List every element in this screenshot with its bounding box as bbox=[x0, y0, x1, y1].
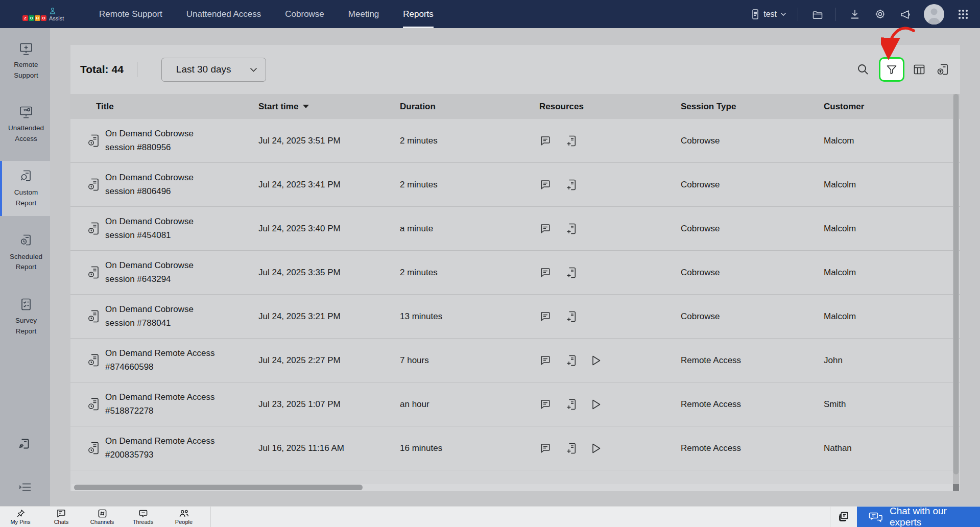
chat-transcript-icon[interactable] bbox=[539, 179, 552, 191]
nav-item-cobrowse[interactable]: Cobrowse bbox=[285, 0, 324, 28]
table-row[interactable]: On Demand Remote Access #518872278 Jul 2… bbox=[70, 382, 960, 426]
settings-gear-icon[interactable] bbox=[874, 8, 886, 20]
play-recording-icon[interactable] bbox=[590, 354, 602, 367]
table-row[interactable]: On Demand Cobrowse session #454081 Jul 2… bbox=[70, 207, 960, 251]
app-grid-icon[interactable] bbox=[958, 9, 969, 20]
mobile-device-icon bbox=[751, 9, 760, 20]
session-duration: 16 minutes bbox=[400, 443, 539, 453]
user-avatar[interactable] bbox=[924, 4, 944, 25]
chat-transcript-icon[interactable] bbox=[539, 267, 552, 279]
chat-transcript-icon[interactable] bbox=[539, 442, 552, 454]
session-title-line1: On Demand Cobrowse bbox=[105, 171, 248, 184]
manage-columns-icon[interactable] bbox=[913, 63, 926, 76]
sidebar-item-scheduled-report[interactable]: ScheduledReport bbox=[0, 225, 50, 280]
thread-bubble-icon bbox=[138, 509, 148, 518]
table-row[interactable]: On Demand Remote Access bbox=[70, 470, 960, 484]
sidebar-item-remote-support[interactable]: RemoteSupport bbox=[0, 34, 50, 88]
chat-transcript-icon[interactable] bbox=[539, 310, 552, 323]
play-recording-icon[interactable] bbox=[590, 398, 602, 411]
bottombar-right: Chat with our experts bbox=[824, 507, 980, 527]
nav-item-unattended-access[interactable]: Unattended Access bbox=[186, 0, 261, 28]
zoho-assist-logo[interactable]: Z O H O Assist bbox=[0, 0, 77, 28]
session-title-line2: #200835793 bbox=[105, 448, 248, 462]
bottombar-item-people[interactable]: People bbox=[163, 509, 204, 525]
nav-item-meeting[interactable]: Meeting bbox=[348, 0, 379, 28]
horizontal-scrollbar[interactable] bbox=[71, 484, 959, 491]
horizontal-scrollbar-thumb[interactable] bbox=[74, 485, 363, 490]
table-row[interactable]: On Demand Cobrowse session #880956 Jul 2… bbox=[70, 119, 960, 163]
date-range-dropdown[interactable]: Last 30 days bbox=[161, 58, 266, 82]
session-notes-add-icon[interactable] bbox=[565, 178, 577, 191]
table-row[interactable]: On Demand Remote Access #200835793 Jul 1… bbox=[70, 426, 960, 470]
bottombar-item-chats[interactable]: Chats bbox=[41, 509, 82, 525]
session-report-icon bbox=[85, 397, 105, 411]
session-title-line2: session #788041 bbox=[105, 317, 248, 330]
column-header-session-type[interactable]: Session Type bbox=[681, 102, 824, 112]
session-report-icon bbox=[85, 309, 105, 323]
folder-icon[interactable] bbox=[811, 9, 824, 20]
sidebar-item-custom-report[interactable]: CustomReport bbox=[0, 161, 50, 216]
stacked-chats-icon[interactable] bbox=[830, 511, 857, 523]
session-notes-add-icon[interactable] bbox=[565, 266, 577, 279]
session-customer: Malcolm bbox=[824, 224, 960, 234]
search-icon[interactable] bbox=[856, 63, 870, 76]
table-row[interactable]: On Demand Remote Access #874660598 Jul 2… bbox=[70, 339, 960, 382]
device-selector[interactable]: test bbox=[751, 9, 786, 20]
vertical-scrollbar-thumb[interactable] bbox=[953, 94, 959, 474]
bottombar-item-threads[interactable]: Threads bbox=[123, 509, 163, 525]
bottombar-item-my-pins[interactable]: My Pins bbox=[0, 509, 41, 525]
column-header-title[interactable]: Title bbox=[85, 102, 258, 112]
session-report-icon bbox=[85, 178, 105, 191]
session-title-line1: On Demand Remote Access bbox=[105, 435, 248, 448]
session-title-line2: session #880956 bbox=[105, 141, 248, 154]
session-notes-add-icon[interactable] bbox=[565, 442, 577, 455]
column-header-customer[interactable]: Customer bbox=[824, 102, 960, 112]
bottombar-label: Chats bbox=[54, 519, 69, 525]
left-sidebar: RemoteSupport UnattendedAccess CustomRep… bbox=[0, 28, 50, 506]
bottombar-item-channels[interactable]: Channels bbox=[82, 509, 123, 525]
chat-transcript-icon[interactable] bbox=[539, 135, 552, 147]
sidebar-item-unattended-access[interactable]: UnattendedAccess bbox=[0, 98, 50, 152]
session-duration: 2 minutes bbox=[400, 180, 539, 190]
collapse-menu-icon[interactable] bbox=[0, 482, 50, 493]
table-row[interactable]: On Demand Cobrowse session #806496 Jul 2… bbox=[70, 163, 960, 207]
chat-transcript-icon[interactable] bbox=[539, 398, 552, 411]
divider bbox=[798, 8, 798, 21]
session-type: Cobrowse bbox=[681, 312, 824, 322]
session-customer: Malcom bbox=[824, 136, 960, 146]
sidebar-label: Custom bbox=[14, 188, 38, 196]
chat-with-experts-button[interactable]: Chat with our experts bbox=[857, 507, 980, 527]
announcements-megaphone-icon[interactable] bbox=[899, 8, 912, 20]
chat-transcript-icon[interactable] bbox=[539, 354, 552, 367]
divider bbox=[137, 62, 137, 77]
table-row[interactable]: On Demand Cobrowse session #643294 Jul 2… bbox=[70, 251, 960, 295]
session-title-line2: #874660598 bbox=[105, 361, 248, 374]
sidebar-item-survey-report[interactable]: SurveyReport bbox=[0, 289, 50, 344]
session-notes-add-icon[interactable] bbox=[565, 134, 577, 148]
column-header-resources[interactable]: Resources bbox=[539, 102, 681, 112]
nav-item-remote-support[interactable]: Remote Support bbox=[99, 0, 162, 28]
session-report-icon bbox=[85, 134, 105, 148]
session-duration: a minute bbox=[400, 224, 539, 234]
session-start-time: Jul 23, 2025 1:07 PM bbox=[258, 399, 400, 410]
channel-hash-icon bbox=[98, 509, 107, 518]
feedback-edit-icon[interactable] bbox=[0, 437, 50, 452]
session-title-line2: #518872278 bbox=[105, 404, 248, 418]
play-recording-icon[interactable] bbox=[590, 442, 602, 454]
chat-transcript-icon[interactable] bbox=[539, 223, 552, 235]
download-icon[interactable] bbox=[849, 8, 861, 20]
export-report-icon[interactable] bbox=[936, 62, 950, 77]
column-header-duration[interactable]: Duration bbox=[400, 102, 539, 112]
people-icon bbox=[179, 509, 189, 518]
session-notes-add-icon[interactable] bbox=[565, 354, 577, 367]
vertical-scrollbar[interactable] bbox=[953, 94, 959, 484]
session-notes-add-icon[interactable] bbox=[565, 222, 577, 235]
filter-button[interactable] bbox=[879, 57, 904, 82]
session-notes-add-icon[interactable] bbox=[565, 310, 577, 323]
logo-tile: Z bbox=[22, 15, 28, 21]
session-notes-add-icon[interactable] bbox=[565, 398, 577, 411]
column-header-start-time[interactable]: Start time bbox=[258, 102, 400, 112]
nav-item-reports[interactable]: Reports bbox=[403, 0, 434, 28]
table-row[interactable]: On Demand Cobrowse session #788041 Jul 2… bbox=[70, 295, 960, 339]
table-body: On Demand Cobrowse session #880956 Jul 2… bbox=[70, 119, 960, 484]
